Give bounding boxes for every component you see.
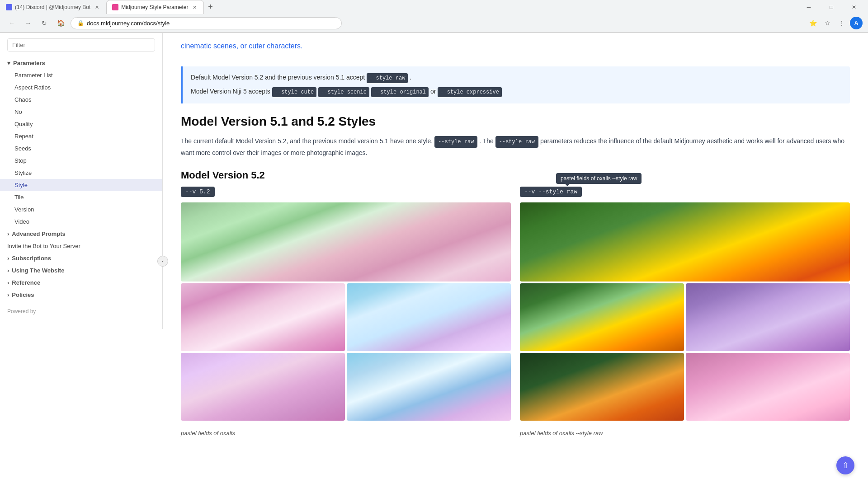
bookmark-icon[interactable]: ☆ <box>821 17 834 29</box>
sidebar-item-repeat[interactable]: Repeat <box>0 130 162 142</box>
lock-icon: 🔒 <box>77 20 84 26</box>
tooltip: pastel fields of oxalis --style raw <box>556 173 642 184</box>
sidebar-item-stop[interactable]: Stop <box>0 155 162 167</box>
badge-row: --v 5.2 --v --style raw pastel fields of… <box>181 187 850 197</box>
main-heading: Model Version 5.1 and 5.2 Styles <box>181 114 850 129</box>
settings-icon[interactable]: ⋮ <box>835 17 848 29</box>
using-website-header[interactable]: › Using The Website <box>0 264 162 277</box>
home-button[interactable]: 🏠 <box>54 17 67 29</box>
tab-midjourney[interactable]: Midjourney Style Parameter ✕ <box>106 0 204 14</box>
image-purple-pink <box>181 353 345 421</box>
sidebar-item-invite-bot[interactable]: Invite the Bot to Your Server <box>0 240 162 252</box>
sidebar-item-video[interactable]: Video <box>0 216 162 228</box>
sidebar-item-parameter-list[interactable]: Parameter List <box>0 69 162 81</box>
sidebar-item-style[interactable]: Style <box>0 179 162 191</box>
sidebar-filter-section <box>0 33 162 57</box>
grid-2x2-left <box>181 283 511 421</box>
badge-v52: --v 5.2 <box>181 187 215 197</box>
sidebar-item-aspect-ratios[interactable]: Aspect Ratios <box>0 81 162 94</box>
tab-discord-close[interactable]: ✕ <box>93 4 100 11</box>
image-purple-field <box>686 283 850 351</box>
minimize-button[interactable]: ─ <box>798 0 819 14</box>
sidebar: ▾ Parameters Parameter List Aspect Ratio… <box>0 33 163 329</box>
badge-v-style-raw: --v --style raw <box>520 187 582 197</box>
sidebar-item-stylize[interactable]: Stylize <box>0 167 162 179</box>
body-paragraph: The current default Model Version 5.2, a… <box>181 136 850 159</box>
extensions-icon[interactable]: ⭐ <box>807 17 819 29</box>
sidebar-item-tile[interactable]: Tile <box>0 191 162 203</box>
code-style-expressive: --style expressive <box>438 87 502 97</box>
code-style-cute: --style cute <box>272 87 316 97</box>
chevron-right-icon-4: › <box>7 279 9 286</box>
sidebar-item-version[interactable]: Version <box>0 203 162 216</box>
sidebar-item-seeds[interactable]: Seeds <box>0 142 162 155</box>
powered-by: Powered by <box>0 301 162 322</box>
maximize-button[interactable]: □ <box>821 0 842 14</box>
forward-button[interactable]: → <box>22 17 34 29</box>
policies-header[interactable]: › Policies <box>0 289 162 301</box>
chevron-right-icon-5: › <box>7 291 9 298</box>
chevron-right-icon-2: › <box>7 255 9 262</box>
caption-right: pastel fields of oxalis --style raw <box>520 430 850 436</box>
url-bar[interactable]: 🔒 docs.midjourney.com/docs/style <box>71 17 342 29</box>
toolbar-icons: ⭐ ☆ ⋮ A <box>807 17 863 29</box>
caption-left: pastel fields of oxalis <box>181 430 511 436</box>
image-pink-field-1 <box>181 283 345 351</box>
sidebar-item-chaos[interactable]: Chaos <box>0 94 162 106</box>
grid-2x2-right <box>520 283 850 421</box>
grid-col-left <box>181 202 511 421</box>
parameters-section-header[interactable]: ▾ Parameters <box>0 57 162 69</box>
chevron-right-icon: › <box>7 230 9 237</box>
main-content: cinematic scenes, or cuter characters. D… <box>163 33 868 488</box>
chevron-right-icon-3: › <box>7 267 9 274</box>
code-style-raw-1: --style raw <box>367 73 408 83</box>
sidebar-collapse-button[interactable]: ‹ <box>157 256 168 267</box>
close-button[interactable]: ✕ <box>844 0 864 14</box>
sidebar-item-no[interactable]: No <box>0 106 162 118</box>
subscriptions-header[interactable]: › Subscriptions <box>0 252 162 264</box>
inline-code-1: --style raw <box>434 136 477 148</box>
info-box: Default Model Version 5.2 and the previo… <box>181 66 850 103</box>
parameters-label: Parameters <box>13 60 45 66</box>
image-pink-sunset <box>686 353 850 421</box>
image-sunset-top <box>520 202 850 282</box>
top-link-text[interactable]: cinematic scenes, or cuter characters. <box>181 33 850 57</box>
sidebar-wrapper: ▾ Parameters Parameter List Aspect Ratio… <box>0 33 163 488</box>
code-style-scenic: --style scenic <box>318 87 369 97</box>
image-grid <box>181 202 850 421</box>
tab-discord[interactable]: (14) Discord | @Midjourney Bot ✕ <box>0 0 106 14</box>
chevron-down-icon: ▾ <box>7 60 10 66</box>
reference-header[interactable]: › Reference <box>0 277 162 289</box>
profile-avatar[interactable]: A <box>850 17 863 29</box>
info-line-1: Default Model Version 5.2 and the previo… <box>191 73 842 83</box>
page-layout: ▾ Parameters Parameter List Aspect Ratio… <box>0 33 868 488</box>
image-sunset-1 <box>520 283 684 351</box>
browser-chrome: (14) Discord | @Midjourney Bot ✕ Midjour… <box>0 0 868 33</box>
refresh-button[interactable]: ↻ <box>38 17 51 29</box>
section-heading: Model Version 5.2 <box>181 169 850 181</box>
grid-col-right <box>520 202 850 421</box>
back-button[interactable]: ← <box>5 17 18 29</box>
tooltip-arrow <box>565 184 570 186</box>
code-style-original: --style original <box>371 87 429 97</box>
image-anime-field <box>347 353 511 421</box>
image-anime-sky <box>347 283 511 351</box>
image-landscape-top <box>181 202 511 282</box>
scroll-up-button[interactable]: ⇧ <box>836 456 854 474</box>
url-text: docs.midjourney.com/docs/style <box>87 20 170 27</box>
discord-favicon <box>6 4 12 10</box>
sidebar-item-quality[interactable]: Quality <box>0 118 162 130</box>
tab-midjourney-close[interactable]: ✕ <box>191 4 198 11</box>
tab-discord-label: (14) Discord | @Midjourney Bot <box>15 4 90 10</box>
window-controls: ─ □ ✕ <box>798 0 868 14</box>
inline-code-2: --style raw <box>495 136 538 148</box>
filter-input[interactable] <box>7 38 155 52</box>
tab-midjourney-label: Midjourney Style Parameter <box>121 4 188 10</box>
sidebar-nav: ▾ Parameters Parameter List Aspect Ratio… <box>0 57 162 329</box>
advanced-prompts-header[interactable]: › Advanced Prompts <box>0 228 162 240</box>
chevron-up-icon: ⇧ <box>842 460 849 470</box>
tab-bar: (14) Discord | @Midjourney Bot ✕ Midjour… <box>0 0 868 14</box>
new-tab-button[interactable]: + <box>204 1 217 14</box>
image-sunset-2 <box>520 353 684 421</box>
address-bar: ← → ↻ 🏠 🔒 docs.midjourney.com/docs/style… <box>0 14 868 33</box>
